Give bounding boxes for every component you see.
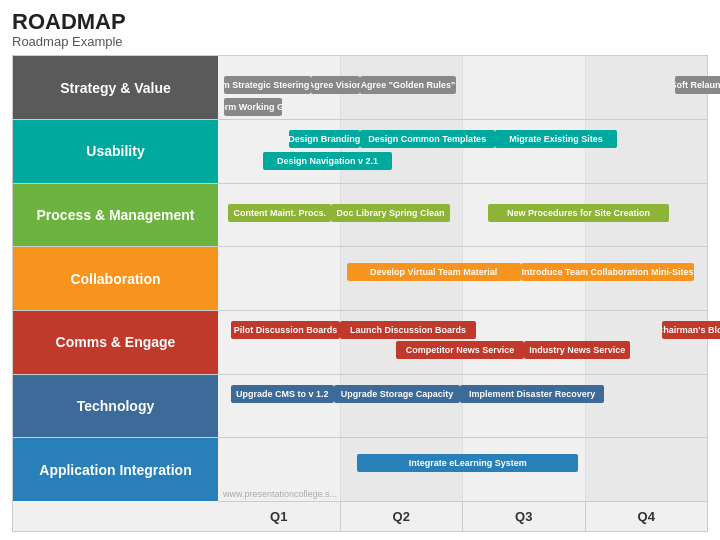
task-appintegration-0: Integrate eLearning System bbox=[357, 454, 578, 472]
task-comms-1: Launch Discussion Boards bbox=[340, 321, 475, 339]
task-comms-3: Competitor News Service bbox=[396, 341, 525, 359]
row-label-strategy: Strategy & Value bbox=[13, 56, 218, 119]
task-comms-2: Chairman's Blog bbox=[662, 321, 720, 339]
task-strategy-1: Form Working Grp bbox=[224, 98, 282, 116]
task-collaboration-1: Introduce Team Collaboration Mini-Sites bbox=[521, 263, 695, 281]
row-label-usability: Usability bbox=[13, 120, 218, 183]
row-strategy: Strategy & ValueForm Strategic Steering … bbox=[13, 56, 707, 120]
row-content-usability: Design BrandingDesign Common TemplatesMi… bbox=[218, 120, 707, 183]
row-content-collaboration: Develop Virtual Team MaterialIntroduce T… bbox=[218, 247, 707, 310]
task-technology-0: Upgrade CMS to v 1.2 bbox=[231, 385, 334, 403]
row-technology: TechnologyUpgrade CMS to v 1.2Upgrade St… bbox=[13, 375, 707, 439]
task-process-1: Doc Library Spring Clean bbox=[331, 204, 449, 222]
row-label-collaboration: Collaboration bbox=[13, 247, 218, 310]
task-comms-4: Industry News Service bbox=[524, 341, 630, 359]
quarter-label-q3: Q3 bbox=[463, 502, 586, 531]
row-content-strategy: Form Strategic Steering GrpForm Working … bbox=[218, 56, 707, 119]
row-collaboration: CollaborationDevelop Virtual Team Materi… bbox=[13, 247, 707, 311]
row-content-comms: Pilot Discussion BoardsLaunch Discussion… bbox=[218, 311, 707, 374]
row-content-process: Content Maint. Procs.Doc Library Spring … bbox=[218, 184, 707, 247]
row-usability: UsabilityDesign BrandingDesign Common Te… bbox=[13, 120, 707, 184]
task-usability-2: Migrate Existing Sites bbox=[495, 130, 617, 148]
task-process-0: Content Maint. Procs. bbox=[228, 204, 331, 222]
task-usability-1: Design Common Templates bbox=[360, 130, 495, 148]
row-label-appintegration: Application Integration bbox=[13, 438, 218, 501]
rows-container: Strategy & ValueForm Strategic Steering … bbox=[13, 56, 707, 501]
quarter-labels: Q1Q2Q3Q4 bbox=[218, 501, 707, 531]
row-label-technology: Technology bbox=[13, 375, 218, 438]
row-label-comms: Comms & Engage bbox=[13, 311, 218, 374]
page-title: ROADMAP bbox=[12, 10, 708, 34]
task-strategy-3: Agree "Golden Rules" bbox=[360, 76, 457, 94]
task-strategy-4: Soft Relaunch bbox=[675, 76, 720, 94]
task-technology-2: Implement Disaster Recovery bbox=[460, 385, 604, 403]
page-subtitle: Roadmap Example bbox=[12, 34, 708, 49]
row-comms: Comms & EngagePilot Discussion BoardsLau… bbox=[13, 311, 707, 375]
row-appintegration: Application IntegrationIntegrate eLearni… bbox=[13, 438, 707, 501]
task-strategy-0: Form Strategic Steering Grp bbox=[224, 76, 310, 94]
task-usability-0: Design Branding bbox=[289, 130, 360, 148]
quarter-label-q4: Q4 bbox=[586, 502, 708, 531]
page: ROADMAP Roadmap Example Strategy & Value… bbox=[0, 0, 720, 540]
task-usability-3: Design Navigation v 2.1 bbox=[263, 152, 392, 170]
task-collaboration-0: Develop Virtual Team Material bbox=[347, 263, 521, 281]
task-process-2: New Procedures for Site Creation bbox=[488, 204, 668, 222]
row-label-process: Process & Management bbox=[13, 184, 218, 247]
quarter-label-q2: Q2 bbox=[341, 502, 464, 531]
task-technology-1: Upgrade Storage Capacity bbox=[334, 385, 460, 403]
task-strategy-2: Agree Vision bbox=[311, 76, 360, 94]
task-comms-0: Pilot Discussion Boards bbox=[231, 321, 340, 339]
row-content-technology: Upgrade CMS to v 1.2Upgrade Storage Capa… bbox=[218, 375, 707, 438]
row-process: Process & ManagementContent Maint. Procs… bbox=[13, 184, 707, 248]
roadmap-container: Strategy & ValueForm Strategic Steering … bbox=[12, 55, 708, 532]
watermark: www.presentationcollege.s... bbox=[223, 489, 337, 499]
quarter-label-q1: Q1 bbox=[218, 502, 341, 531]
